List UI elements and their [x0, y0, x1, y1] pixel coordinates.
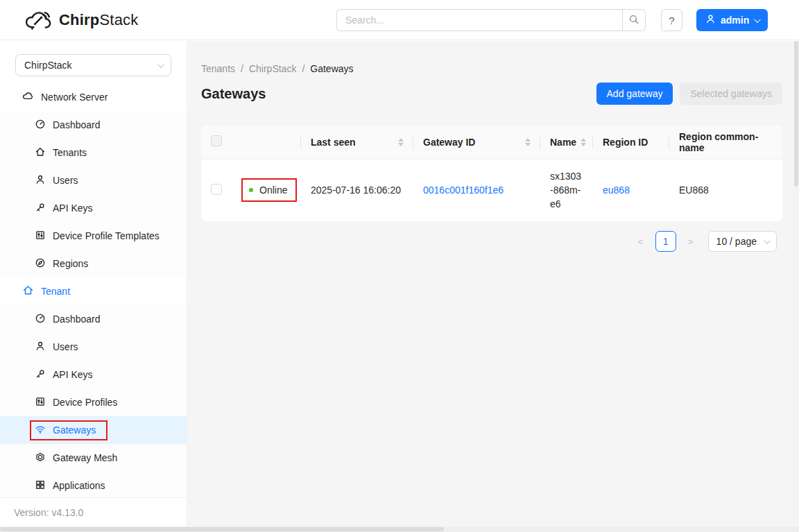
sidebar-section-network-server[interactable]: Network Server — [0, 83, 187, 111]
header-region-common-name-cell: Region common-name — [669, 126, 782, 159]
sidebar-item-ns-api-keys[interactable]: API Keys — [0, 194, 187, 222]
sidebar-item-ns-tenants[interactable]: Tenants — [0, 139, 187, 166]
header-name-cell[interactable]: Name — [540, 126, 593, 159]
vertical-scrollbar[interactable] — [793, 41, 799, 526]
sidebar-item-ns-users[interactable]: Users — [0, 166, 187, 194]
sort-icon[interactable] — [525, 138, 531, 146]
page-number-button[interactable]: 1 — [655, 231, 676, 252]
gateways-table-card: Last seen Gateway ID Name — [201, 126, 782, 221]
sidebar-item-label: Gateway Mesh — [53, 452, 117, 463]
vertical-scrollbar-thumb[interactable] — [794, 41, 798, 187]
chevron-down-icon — [764, 237, 771, 244]
user-icon — [705, 14, 716, 26]
header-last-seen-cell[interactable]: Last seen — [301, 126, 413, 159]
top-header: ChirpStack ? admin — [0, 0, 799, 40]
gateway-id-link[interactable]: 0016c001f160f1e6 — [423, 185, 504, 196]
region-id-link[interactable]: eu868 — [603, 185, 630, 196]
sort-icon[interactable] — [581, 138, 586, 146]
mesh-icon — [35, 452, 46, 465]
header-region-id-cell: Region ID — [593, 126, 669, 159]
compass-icon — [35, 257, 46, 271]
sidebar-item-label: API Keys — [53, 369, 93, 380]
row-region-id-cell: eu868 — [593, 159, 669, 221]
dashboard-icon — [35, 313, 46, 326]
sidebar-item-tenant-dashboard[interactable]: Dashboard — [0, 305, 187, 333]
sidebar-item-tenant-applications[interactable]: Applications — [0, 472, 187, 499]
row-checkbox[interactable] — [211, 184, 222, 195]
next-page-icon[interactable]: > — [682, 233, 699, 250]
sort-icon[interactable] — [398, 138, 404, 146]
annotation-box-online: Online — [241, 178, 297, 202]
sidebar-item-label: Dashboard — [53, 119, 101, 130]
sidebar-section-label: Network Server — [41, 92, 108, 103]
gateway-row: Online 2025-07-16 16:06:20 0016c001f160f… — [201, 159, 782, 221]
row-gateway-id-cell: 0016c001f160f1e6 — [413, 159, 540, 221]
search-icon — [628, 14, 639, 27]
sidebar-item-label: Dashboard — [53, 314, 101, 325]
chirpstack-logo-text: ChirpStack — [59, 11, 138, 29]
previous-page-icon[interactable]: < — [633, 233, 649, 250]
wifi-icon — [35, 424, 46, 437]
page-size-value: 10 / page — [716, 236, 757, 247]
sidebar-item-tenant-users[interactable]: Users — [0, 333, 187, 361]
sidebar: ChirpStack Network Server Dashboard Tena… — [0, 41, 187, 526]
organization-select[interactable]: ChirpStack — [15, 54, 171, 76]
help-button[interactable]: ? — [661, 9, 682, 31]
user-icon — [35, 341, 46, 354]
sidebar-item-label: Applications — [53, 480, 105, 491]
sidebar-item-label: Gateways — [53, 424, 96, 436]
home-icon — [35, 146, 46, 160]
chirpstack-logo: ChirpStack — [24, 8, 138, 32]
column-label: Region common-name — [679, 131, 758, 153]
sidebar-item-tenant-device-profiles[interactable]: Device Profiles — [0, 388, 187, 416]
row-status-cell: Online — [232, 159, 301, 221]
user-icon — [35, 174, 46, 187]
sidebar-section-label: Tenant — [41, 286, 70, 297]
chevron-down-icon — [157, 61, 164, 68]
horizontal-scrollbar-thumb[interactable] — [0, 527, 444, 531]
sidebar-item-label: Tenants — [53, 147, 87, 158]
breadcrumb: Tenants / ChirpStack / Gateways — [201, 63, 782, 74]
search-button[interactable] — [622, 9, 646, 31]
column-label: Region ID — [603, 137, 648, 148]
key-icon — [35, 202, 46, 215]
add-gateway-button[interactable]: Add gateway — [596, 83, 673, 105]
key-icon — [35, 368, 46, 381]
dashboard-icon — [35, 119, 46, 132]
column-label: Gateway ID — [423, 137, 475, 148]
header-gateway-id-cell[interactable]: Gateway ID — [413, 126, 540, 159]
sidebar-section-tenant[interactable]: Tenant — [0, 277, 187, 305]
selected-gateways-button[interactable]: Selected gateways — [680, 83, 782, 105]
control-panel-icon — [35, 230, 46, 243]
chirpstack-cloud-logo-icon — [24, 8, 53, 32]
breadcrumb-separator: / — [241, 63, 243, 74]
select-all-checkbox[interactable] — [211, 135, 222, 146]
sidebar-item-ns-dashboard[interactable]: Dashboard — [0, 111, 187, 139]
main-content: Tenants / ChirpStack / Gateways Gateways… — [187, 41, 793, 526]
breadcrumb-chirpstack[interactable]: ChirpStack — [249, 63, 296, 74]
question-mark-icon: ? — [669, 15, 674, 26]
column-label: Name — [550, 137, 576, 148]
sidebar-item-ns-regions[interactable]: Regions — [0, 250, 187, 277]
global-search — [336, 9, 646, 31]
page-size-select[interactable]: 10 / page — [708, 231, 777, 252]
row-last-seen-cell: 2025-07-16 16:06:20 — [301, 159, 413, 221]
sidebar-item-label: Regions — [53, 258, 88, 269]
sidebar-item-tenant-gateways[interactable]: Gateways — [0, 416, 187, 444]
row-region-common-name-cell: EU868 — [669, 159, 782, 221]
row-name-cell: sx1303-868m-e6 — [540, 159, 593, 221]
sidebar-item-ns-device-profile-templates[interactable]: Device Profile Templates — [0, 222, 187, 250]
gateways-table: Last seen Gateway ID Name — [201, 126, 782, 221]
search-input[interactable] — [336, 9, 622, 31]
sidebar-item-tenant-gateway-mesh[interactable]: Gateway Mesh — [0, 444, 187, 472]
horizontal-scrollbar[interactable] — [0, 526, 799, 532]
home-icon — [22, 284, 34, 298]
sidebar-item-tenant-api-keys[interactable]: API Keys — [0, 361, 187, 388]
breadcrumb-gateways: Gateways — [310, 63, 353, 74]
user-menu-label: admin — [721, 15, 749, 26]
sidebar-item-label: Users — [53, 175, 78, 186]
sidebar-item-label: API Keys — [53, 203, 93, 214]
breadcrumb-tenants[interactable]: Tenants — [201, 63, 235, 74]
user-menu-button[interactable]: admin — [696, 9, 768, 31]
annotation-box-gateways: Gateways — [30, 420, 108, 440]
